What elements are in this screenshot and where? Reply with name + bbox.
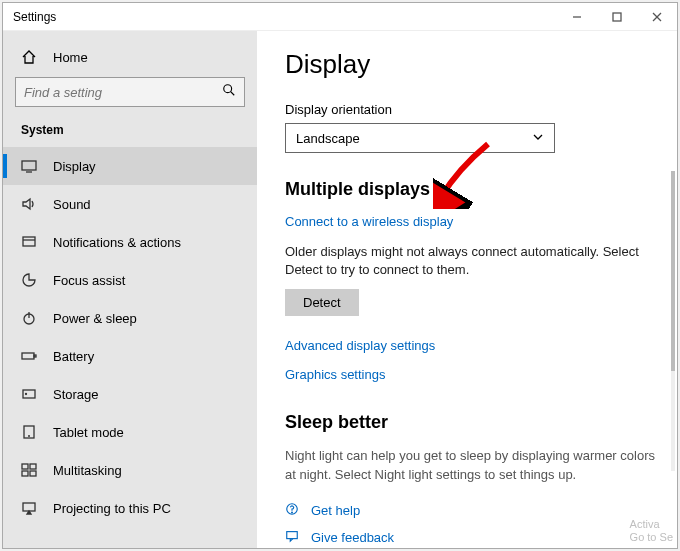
page-title: Display: [285, 49, 657, 80]
tablet-icon: [21, 424, 39, 440]
nav-label: Battery: [53, 349, 94, 364]
titlebar: Settings: [3, 3, 677, 31]
chevron-down-icon: [532, 131, 544, 146]
svg-point-14: [26, 394, 27, 395]
svg-point-23: [292, 512, 293, 513]
nav-item-multitasking[interactable]: Multitasking: [3, 451, 257, 489]
sleep-desc: Night light can help you get to sleep by…: [285, 447, 657, 483]
orientation-label: Display orientation: [285, 102, 657, 117]
advanced-display-link[interactable]: Advanced display settings: [285, 338, 657, 353]
nav-item-focus-assist[interactable]: Focus assist: [3, 261, 257, 299]
battery-icon: [21, 348, 39, 364]
sound-icon: [21, 196, 39, 212]
window-title: Settings: [13, 10, 557, 24]
nav-item-projecting[interactable]: Projecting to this PC: [3, 489, 257, 527]
orientation-value: Landscape: [296, 131, 360, 146]
focus-assist-icon: [21, 272, 39, 288]
home-button[interactable]: Home: [3, 43, 257, 77]
maximize-button[interactable]: [597, 3, 637, 30]
nav-item-power[interactable]: Power & sleep: [3, 299, 257, 337]
category-title: System: [3, 121, 257, 147]
svg-rect-1: [613, 13, 621, 21]
orientation-dropdown[interactable]: Landscape: [285, 123, 555, 153]
get-help-link[interactable]: Get help: [285, 502, 657, 519]
get-help-label: Get help: [311, 503, 360, 518]
nav-item-sound[interactable]: Sound: [3, 185, 257, 223]
search-icon: [222, 83, 236, 101]
display-icon: [21, 158, 39, 174]
svg-rect-6: [22, 161, 36, 170]
nav-label: Power & sleep: [53, 311, 137, 326]
nav-item-display[interactable]: Display: [3, 147, 257, 185]
nav-label: Storage: [53, 387, 99, 402]
power-icon: [21, 310, 39, 326]
nav-label: Tablet mode: [53, 425, 124, 440]
main-panel: Display Display orientation Landscape Mu…: [257, 31, 677, 548]
settings-window: Settings Home System Display: [2, 2, 678, 549]
svg-line-5: [231, 92, 235, 96]
content-area: Home System Display Sound Notifications: [3, 31, 677, 548]
give-feedback-link[interactable]: Give feedback: [285, 529, 657, 546]
nav-label: Focus assist: [53, 273, 125, 288]
feedback-icon: [285, 529, 301, 546]
svg-rect-19: [22, 471, 28, 476]
activation-watermark: Activa Go to Se: [630, 518, 673, 544]
storage-icon: [21, 386, 39, 402]
svg-rect-13: [23, 390, 35, 398]
projecting-icon: [21, 500, 39, 516]
home-label: Home: [53, 50, 88, 65]
svg-rect-24: [287, 531, 298, 538]
sleep-better-heading: Sleep better: [285, 412, 657, 433]
nav-list: Display Sound Notifications & actions Fo…: [3, 147, 257, 527]
scrollbar[interactable]: [671, 171, 675, 471]
connect-wireless-link[interactable]: Connect to a wireless display: [285, 214, 657, 229]
detect-button[interactable]: Detect: [285, 289, 359, 316]
help-icon: [285, 502, 301, 519]
svg-rect-8: [23, 237, 35, 246]
nav-item-notifications[interactable]: Notifications & actions: [3, 223, 257, 261]
svg-rect-18: [30, 464, 36, 469]
notifications-icon: [21, 234, 39, 250]
feedback-label: Give feedback: [311, 530, 394, 545]
scrollbar-thumb[interactable]: [671, 171, 675, 371]
search-input[interactable]: [24, 85, 222, 100]
graphics-settings-link[interactable]: Graphics settings: [285, 367, 657, 382]
svg-rect-20: [30, 471, 36, 476]
search-box[interactable]: [15, 77, 245, 107]
home-icon: [21, 49, 39, 65]
svg-rect-12: [34, 355, 36, 357]
nav-label: Projecting to this PC: [53, 501, 171, 516]
nav-label: Display: [53, 159, 96, 174]
nav-label: Sound: [53, 197, 91, 212]
older-displays-desc: Older displays might not always connect …: [285, 243, 657, 279]
svg-rect-17: [22, 464, 28, 469]
multitasking-icon: [21, 462, 39, 478]
svg-rect-11: [22, 353, 34, 359]
multiple-displays-heading: Multiple displays: [285, 179, 657, 200]
window-controls: [557, 3, 677, 30]
nav-label: Multitasking: [53, 463, 122, 478]
svg-point-4: [224, 85, 232, 93]
nav-item-tablet[interactable]: Tablet mode: [3, 413, 257, 451]
close-button[interactable]: [637, 3, 677, 30]
nav-item-battery[interactable]: Battery: [3, 337, 257, 375]
sidebar: Home System Display Sound Notifications: [3, 31, 257, 548]
minimize-button[interactable]: [557, 3, 597, 30]
nav-item-storage[interactable]: Storage: [3, 375, 257, 413]
svg-rect-21: [23, 503, 35, 511]
nav-label: Notifications & actions: [53, 235, 181, 250]
